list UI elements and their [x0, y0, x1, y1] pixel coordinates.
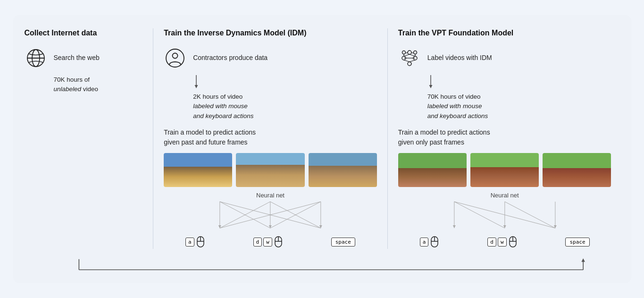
person-icon	[164, 47, 186, 69]
idm-neural-net-label: Neural net	[164, 192, 377, 199]
vpt-key-group-1: a	[420, 236, 440, 249]
vpt-predict-text: Train a model to predict actionsgiven on…	[398, 128, 611, 147]
network-icon	[398, 47, 421, 69]
vpt-frame-1	[398, 153, 467, 187]
icon-label-vpt: Label videos with IDM	[427, 53, 492, 63]
svg-point-25	[408, 51, 411, 54]
svg-line-43	[454, 202, 505, 228]
idm-key-d: d	[253, 238, 262, 247]
idm-key-w: w	[263, 238, 272, 247]
icon-label-idm: Contractors produce data	[193, 53, 268, 63]
bottom-bracket-arrow	[25, 257, 620, 272]
diagram-container: Collect Internet data Search the web 70K…	[13, 15, 631, 283]
columns-layout: Collect Internet data Search the web 70K…	[25, 28, 620, 249]
svg-line-34	[410, 60, 415, 62]
idm-mouse-1	[196, 236, 205, 249]
vpt-mouse-2	[508, 236, 518, 249]
vpt-key-group-3: space	[565, 238, 589, 247]
svg-point-29	[402, 51, 405, 54]
icon-row-idm: Contractors produce data	[164, 47, 377, 69]
col-title-vpt: Train the VPT Foundation Model	[398, 28, 611, 38]
column-collect: Collect Internet data Search the web 70K…	[25, 28, 151, 98]
idm-key-group-1: a	[185, 236, 205, 249]
idm-key-group-2: d w	[253, 236, 283, 249]
vpt-neural-net: Neural net	[398, 192, 611, 231]
vpt-frame-2	[470, 153, 539, 187]
vpt-mouse-1	[430, 236, 439, 249]
idm-data-text: 2K hours of video labeled with mouseand …	[193, 92, 377, 121]
svg-point-28	[408, 62, 411, 66]
svg-line-33	[404, 60, 410, 62]
divider-1	[153, 28, 153, 249]
idm-video-frames	[164, 153, 377, 187]
vpt-key-a: a	[420, 238, 429, 247]
svg-line-32	[410, 54, 415, 56]
svg-marker-60	[581, 258, 585, 262]
idm-mouse-2	[274, 236, 283, 249]
idm-frame-1	[164, 153, 232, 187]
globe-icon	[25, 47, 47, 69]
vpt-data-text: 70K hours of video labeled with mouseand…	[427, 92, 611, 121]
col-title-idm: Train the Inverse Dynamics Model (IDM)	[164, 28, 377, 38]
idm-predict-text: Train a model to predict actionsgiven pa…	[164, 128, 377, 147]
svg-point-30	[413, 51, 417, 54]
svg-line-46	[505, 202, 555, 228]
svg-marker-41	[429, 85, 432, 88]
idm-keyboard-row: a d w	[164, 236, 377, 249]
vpt-key-space: space	[565, 238, 589, 247]
icon-label-collect: Search the web	[54, 53, 100, 63]
unlabeled-video-text: 70K hours ofunlabeled video	[54, 75, 140, 94]
column-idm: Train the Inverse Dynamics Model (IDM) C…	[155, 28, 385, 249]
vpt-key-group-2: d w	[487, 236, 517, 249]
divider-2	[387, 28, 388, 249]
arrow-down-vpt	[427, 75, 611, 88]
svg-line-31	[404, 54, 410, 56]
vpt-frame-3	[543, 153, 611, 187]
vpt-keyboard-row: a d w space	[398, 236, 611, 249]
idm-frame-2	[236, 153, 304, 187]
svg-marker-6	[195, 85, 198, 88]
idm-frame-3	[309, 153, 377, 187]
idm-key-a: a	[185, 238, 194, 247]
idm-key-group-3: space	[331, 238, 355, 247]
arrow-down-idm	[193, 75, 377, 88]
vpt-key-d: d	[487, 238, 496, 247]
column-vpt: Train the VPT Foundation Model	[390, 28, 620, 249]
col-title-collect: Collect Internet data	[25, 28, 140, 38]
idm-key-space: space	[331, 238, 355, 247]
vpt-neural-net-label: Neural net	[398, 192, 611, 199]
icon-row-vpt: Label videos with IDM	[398, 47, 611, 69]
vpt-key-w: w	[498, 238, 507, 247]
vpt-video-frames	[398, 153, 611, 187]
idm-neural-net: Neural net	[164, 192, 377, 231]
svg-marker-48	[453, 225, 456, 228]
icon-row-collect: Search the web	[25, 47, 140, 69]
svg-point-4	[173, 53, 178, 59]
